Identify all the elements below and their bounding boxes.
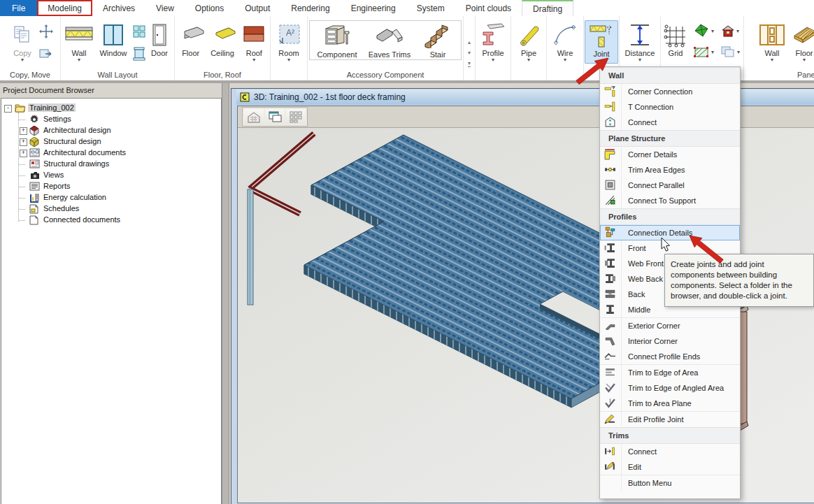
roof-button[interactable]: Roof ▾ bbox=[238, 20, 270, 62]
tree-item-energy-calculation[interactable]: Energy calculation bbox=[1, 192, 221, 203]
floor-panel-button[interactable]: Floor ▾ bbox=[788, 20, 814, 62]
joint-button[interactable]: Joint ▾ bbox=[585, 20, 618, 64]
pipe-button[interactable]: Pipe ▾ bbox=[513, 20, 545, 62]
expand-expander[interactable]: + bbox=[20, 150, 27, 157]
tree-item-label[interactable]: Views bbox=[42, 171, 65, 179]
tab-engineering[interactable]: Engineering bbox=[341, 0, 406, 16]
model-view-button[interactable] bbox=[244, 109, 264, 124]
collapse-expander[interactable]: - bbox=[4, 105, 12, 113]
grid-button[interactable]: Grid bbox=[661, 20, 690, 57]
tree-item-views[interactable]: Views bbox=[1, 170, 221, 181]
menu-item-connect-to-support[interactable]: Connect To Support bbox=[600, 193, 740, 208]
door-button[interactable]: Door bbox=[147, 20, 172, 57]
tree-item-reports[interactable]: Reports bbox=[1, 181, 221, 192]
move-button[interactable] bbox=[38, 24, 54, 38]
tree-item-schedules[interactable]: Schedules bbox=[1, 203, 221, 215]
room-button[interactable]: A² Room ▾ bbox=[273, 20, 305, 62]
menu-item-corner-connection[interactable]: Corner Connection bbox=[600, 84, 740, 99]
menu-item-edit-trims[interactable]: Edit bbox=[600, 459, 740, 475]
menu-item-label: Corner Details bbox=[628, 150, 677, 159]
wall-panel-button[interactable]: Wall ▾ bbox=[756, 20, 788, 62]
building-tool-button[interactable]: ▾ bbox=[717, 24, 743, 38]
tile-windows-button[interactable] bbox=[286, 109, 306, 124]
menu-item-button-menu[interactable]: Button Menu bbox=[600, 475, 740, 491]
tab-file[interactable]: File bbox=[0, 0, 37, 16]
document-tree[interactable]: - Training_002 Settings + Architectural … bbox=[1, 98, 222, 504]
wall-button[interactable]: Wall ▾ bbox=[63, 20, 95, 62]
panel-splitter[interactable] bbox=[222, 83, 229, 504]
menu-item-t-connection[interactable]: T Connection bbox=[600, 99, 740, 115]
tab-view[interactable]: View bbox=[145, 0, 185, 16]
menu-item-trim-to-edge-of-angled-area[interactable]: Trim to Edge of Angled Area bbox=[600, 380, 740, 396]
red-house-icon bbox=[721, 24, 735, 38]
menu-item-connect-wall[interactable]: Connect bbox=[600, 115, 740, 130]
tree-item-label[interactable]: Architectural documents bbox=[42, 148, 127, 157]
tree-item-architectural-documents[interactable]: + Architectural documents bbox=[1, 147, 221, 159]
tab-output[interactable]: Output bbox=[234, 0, 280, 16]
stair-button[interactable]: Stair bbox=[416, 22, 459, 59]
wire-button[interactable]: Wire ▾ bbox=[549, 20, 581, 62]
cascade-windows-button[interactable] bbox=[265, 109, 285, 124]
expand-expander[interactable]: + bbox=[20, 127, 27, 135]
expand-expander[interactable]: + bbox=[20, 138, 27, 146]
tab-rendering[interactable]: Rendering bbox=[280, 0, 340, 16]
floor-icon bbox=[178, 22, 204, 48]
distance-button[interactable]: Distance ▾ bbox=[621, 20, 659, 62]
menu-item-exterior-corner[interactable]: Exterior Corner bbox=[600, 317, 740, 333]
window-copy-button[interactable]: ▾ bbox=[717, 45, 743, 58]
copy-button[interactable]: Copy ▾ bbox=[6, 20, 38, 62]
hatch-area-button[interactable]: ▾ bbox=[690, 45, 717, 59]
tree-item-settings[interactable]: Settings bbox=[1, 114, 221, 125]
tree-item-label[interactable]: Schedules bbox=[42, 204, 80, 213]
copy-to-window-button[interactable] bbox=[38, 47, 54, 61]
tree-item-label[interactable]: Architectural design bbox=[42, 126, 113, 134]
window-frame-button[interactable] bbox=[131, 47, 147, 61]
tree-item-label[interactable]: Structural drawings bbox=[42, 159, 110, 168]
tree-item-connected-documents[interactable]: Connected documents bbox=[1, 215, 221, 226]
tree-item-architectural-design[interactable]: + Architectural design bbox=[1, 125, 221, 136]
menu-item-trim-area-edges[interactable]: Trim Area Edges bbox=[600, 162, 740, 178]
menu-item-label: Back bbox=[628, 290, 645, 298]
scroll-down-icon[interactable]: ▾ bbox=[468, 50, 471, 56]
tab-options[interactable]: Options bbox=[185, 0, 234, 16]
floor-button[interactable]: Floor bbox=[175, 20, 206, 57]
scroll-collapse-icon[interactable]: ▾ bbox=[468, 60, 471, 67]
wire-icon bbox=[552, 22, 578, 48]
ribbon-scroll-arrows[interactable]: ▴ ▾ ▾ bbox=[464, 16, 476, 80]
tab-drafting[interactable]: Drafting bbox=[522, 0, 573, 17]
tab-system[interactable]: System bbox=[406, 0, 455, 16]
menu-item-label: Front bbox=[628, 244, 646, 252]
menu-item-label: Web Front bbox=[628, 259, 664, 268]
tree-item-label[interactable]: Energy calculation bbox=[42, 193, 108, 201]
tree-item-structural-drawings[interactable]: Structural drawings bbox=[1, 159, 221, 170]
ceiling-button[interactable]: Ceiling bbox=[206, 20, 238, 57]
surface-tool-button[interactable]: ▾ bbox=[690, 23, 717, 38]
menu-item-connection-details[interactable]: Connection Details bbox=[600, 225, 740, 240]
tree-item-label[interactable]: Structural design bbox=[42, 137, 103, 145]
menu-item-corner-details[interactable]: Corner Details bbox=[600, 147, 740, 162]
component-button[interactable]: Component bbox=[311, 22, 363, 59]
menu-item-connect-parallel[interactable]: Connect Parallel bbox=[600, 178, 740, 193]
menu-item-interior-corner[interactable]: Interior Corner bbox=[600, 333, 740, 349]
menu-item-label: Edit bbox=[628, 463, 641, 471]
tab-modeling[interactable]: Modeling bbox=[37, 0, 92, 16]
menu-item-connect-trims[interactable]: Connect bbox=[600, 444, 740, 459]
tab-archives[interactable]: Archives bbox=[92, 0, 145, 16]
profile-button[interactable]: Profile ▾ bbox=[477, 20, 509, 62]
menu-item-edit-profile-joint[interactable]: Edit Profile Joint bbox=[600, 411, 740, 427]
menu-item-label: Connect Profile Ends bbox=[628, 352, 700, 361]
tree-item-label[interactable]: Reports bbox=[42, 182, 72, 190]
tree-item-label[interactable]: Settings bbox=[42, 115, 73, 123]
menu-item-trim-to-edge-of-area[interactable]: Trim to Edge of Area bbox=[600, 364, 740, 380]
tree-item-label[interactable]: Training_002 bbox=[28, 103, 76, 112]
window-button[interactable]: Window bbox=[95, 20, 131, 57]
menu-item-connect-profile-ends[interactable]: Connect Profile Ends bbox=[600, 349, 740, 364]
tree-item-root[interactable]: - Training_002 bbox=[1, 103, 221, 114]
tree-item-structural-design[interactable]: + Structural design bbox=[1, 136, 221, 147]
tab-point-clouds[interactable]: Point clouds bbox=[455, 0, 522, 16]
tree-item-label[interactable]: Connected documents bbox=[42, 215, 122, 224]
scroll-up-icon[interactable]: ▴ bbox=[468, 39, 471, 45]
window-grid-button[interactable] bbox=[131, 24, 147, 38]
eaves-trims-button[interactable]: Eaves Trims bbox=[363, 22, 416, 59]
menu-item-trim-to-area-plane[interactable]: Trim to Area Plane bbox=[600, 396, 740, 411]
